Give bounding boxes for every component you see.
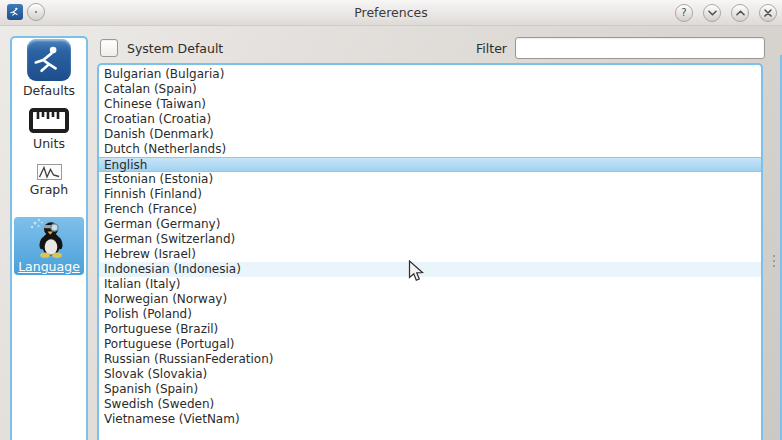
sidebar-item-language[interactable]: Language xyxy=(14,217,84,275)
sidebar-item-label: Defaults xyxy=(23,83,75,98)
list-item[interactable]: Finnish (Finland) xyxy=(99,187,761,202)
tux-penguin-icon xyxy=(29,217,69,259)
list-item[interactable]: Russian (RussianFederation) xyxy=(99,352,761,367)
sidebar-item-units[interactable]: Units xyxy=(13,107,85,151)
question-mark-icon: ? xyxy=(681,8,686,18)
titlebar[interactable]: Preferences ? xyxy=(0,0,782,26)
preferences-window: Preferences ? xyxy=(0,0,782,440)
system-default-label: System Default xyxy=(127,41,223,56)
close-button[interactable] xyxy=(759,4,777,22)
chevron-up-icon xyxy=(736,10,745,16)
list-item[interactable]: German (Germany) xyxy=(99,217,761,232)
chevron-down-icon xyxy=(708,10,717,16)
dive-profile-icon xyxy=(37,164,62,180)
sidebar-item-label: Units xyxy=(33,136,65,151)
list-item[interactable]: Portuguese (Brazil) xyxy=(99,322,761,337)
unshade-button[interactable] xyxy=(731,4,749,22)
sidebar-item-graph[interactable]: Graph xyxy=(13,164,85,197)
list-item[interactable]: Croatian (Croatia) xyxy=(99,112,761,127)
list-item[interactable]: Hebrew (Israel) xyxy=(99,247,761,262)
filter-input[interactable] xyxy=(515,37,765,59)
sidebar-item-label: Graph xyxy=(30,182,68,197)
ruler-icon xyxy=(28,107,70,134)
list-item[interactable]: Portuguese (Portugal) xyxy=(99,337,761,352)
list-item[interactable]: Indonesian (Indonesia) xyxy=(99,262,761,277)
shade-button[interactable] xyxy=(703,4,721,22)
system-default-option: System Default xyxy=(100,39,223,57)
sidebar-item-defaults[interactable]: Defaults xyxy=(13,39,85,98)
close-icon xyxy=(764,9,772,17)
list-item[interactable]: Danish (Denmark) xyxy=(99,127,761,142)
help-button[interactable]: ? xyxy=(675,4,693,22)
diver-icon xyxy=(27,39,71,81)
list-item[interactable]: German (Switzerland) xyxy=(99,232,761,247)
list-item[interactable]: Dutch (Netherlands) xyxy=(99,142,761,157)
language-list[interactable]: Bulgarian (Bulgaria)Catalan (Spain)Chine… xyxy=(97,63,763,440)
preferences-category-list: Defaults Units Graph xyxy=(10,36,88,440)
list-item[interactable]: Norwegian (Norway) xyxy=(99,292,761,307)
list-item[interactable]: Estonian (Estonia) xyxy=(99,172,761,187)
splitter-handle[interactable] xyxy=(772,252,775,270)
filter-label: Filter xyxy=(476,41,507,56)
list-item[interactable]: Slovak (Slovakia) xyxy=(99,367,761,382)
list-item[interactable]: Bulgarian (Bulgaria) xyxy=(99,67,761,82)
system-default-checkbox[interactable] xyxy=(100,39,118,57)
list-item[interactable]: Chinese (Taiwan) xyxy=(99,97,761,112)
list-item[interactable]: English xyxy=(99,157,761,172)
list-item[interactable]: Catalan (Spain) xyxy=(99,82,761,97)
window-title: Preferences xyxy=(0,0,782,25)
list-item[interactable]: Italian (Italy) xyxy=(99,277,761,292)
filter-row: Filter xyxy=(476,37,765,59)
list-item[interactable]: French (France) xyxy=(99,202,761,217)
titlebar-buttons: ? xyxy=(675,4,777,22)
list-item[interactable]: Spanish (Spain) xyxy=(99,382,761,397)
list-item[interactable]: Swedish (Sweden) xyxy=(99,397,761,412)
list-item[interactable]: Vietnamese (VietNam) xyxy=(99,412,761,427)
list-item[interactable]: Polish (Poland) xyxy=(99,307,761,322)
sidebar-item-label: Language xyxy=(18,259,80,274)
